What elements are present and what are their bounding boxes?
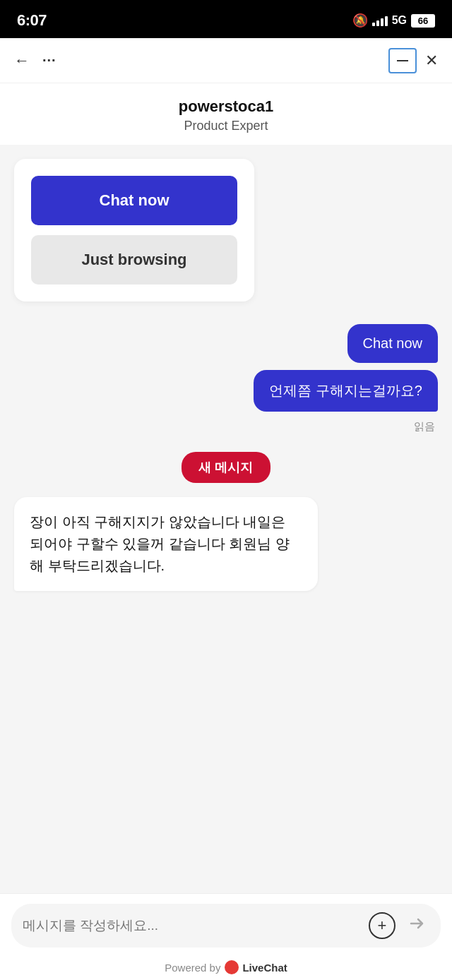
battery-level: 66: [411, 14, 435, 28]
minimize-icon: [397, 60, 408, 61]
back-button[interactable]: ←: [14, 52, 30, 70]
message-input[interactable]: [23, 918, 360, 933]
user-bubble-chat-now: Chat now: [347, 324, 439, 363]
nav-left: ← ···: [14, 52, 56, 70]
livechat-brand: LiveChat: [242, 962, 287, 974]
new-message-badge: 새 메시지: [182, 452, 270, 483]
user-bubble-korean: 언제쯤 구해지는걸까요?: [254, 370, 438, 412]
just-browsing-button[interactable]: Just browsing: [31, 235, 237, 285]
agent-info: powerstoca1 Product Expert: [0, 83, 452, 145]
livechat-icon: [225, 960, 239, 974]
send-button[interactable]: [404, 914, 429, 938]
user-messages: Chat now 언제쯤 구해지는걸까요? 읽음: [14, 324, 438, 434]
powered-by-prefix: Powered by: [165, 962, 220, 974]
attach-button[interactable]: +: [369, 912, 396, 939]
nav-right: ✕: [388, 48, 438, 73]
chat-area: Chat now Just browsing Chat now 언제쯤 구해지는…: [0, 145, 452, 893]
agent-name: powerstoca1: [14, 97, 438, 116]
chat-now-button[interactable]: Chat now: [31, 176, 237, 225]
minimize-button[interactable]: [388, 48, 417, 73]
more-options-button[interactable]: ···: [42, 52, 56, 68]
network-label: 5G: [392, 14, 407, 27]
main-content: ← ··· ✕ powerstoca1 Product Expert Chat …: [0, 38, 452, 980]
status-bar: 6:07 🔕 5G 66: [0, 0, 452, 38]
initial-options-card: Chat now Just browsing: [14, 159, 254, 301]
nav-bar: ← ··· ✕: [0, 38, 452, 83]
mute-icon: 🔕: [352, 13, 368, 28]
agent-title: Product Expert: [14, 119, 438, 133]
input-row: +: [11, 904, 441, 948]
agent-message-bubble: 장이 아직 구해지지가 않았습니다 내일은 되어야 구할수 있을꺼 같습니다 회…: [14, 497, 318, 591]
close-button[interactable]: ✕: [425, 52, 438, 70]
signal-icon: [372, 15, 388, 26]
status-icons: 🔕 5G 66: [352, 13, 435, 28]
read-receipt: 읽음: [414, 420, 435, 434]
powered-by-bar: Powered by LiveChat: [0, 955, 452, 980]
livechat-logo: LiveChat: [225, 960, 287, 974]
status-time: 6:07: [17, 11, 47, 30]
battery-indicator: 66: [411, 14, 435, 28]
new-message-badge-container: 새 메시지: [14, 452, 438, 483]
input-area: +: [0, 893, 452, 955]
